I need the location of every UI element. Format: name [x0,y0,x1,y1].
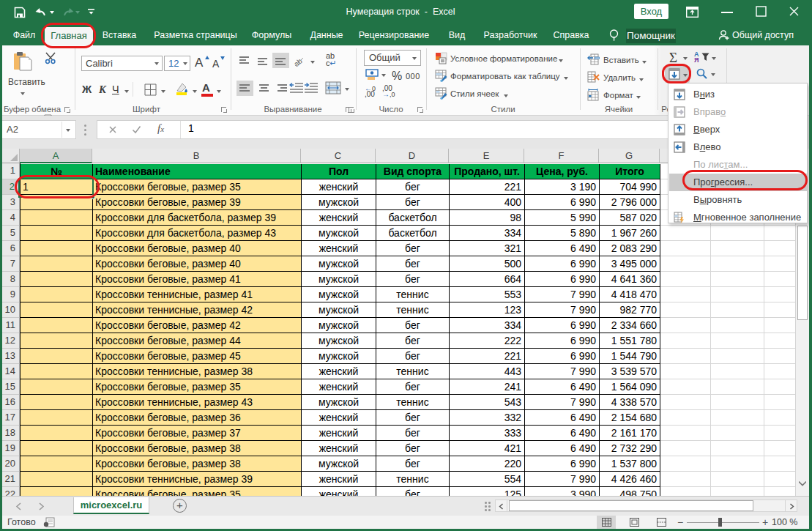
svg-text:ab: ab [292,56,304,67]
